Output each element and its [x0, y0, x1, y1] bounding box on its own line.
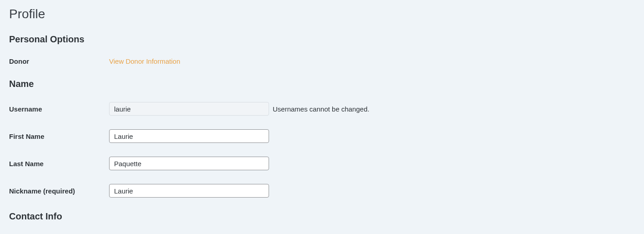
row-nickname: Nickname (required): [9, 184, 635, 198]
row-first-name: First Name: [9, 129, 635, 143]
label-first-name: First Name: [9, 132, 109, 140]
section-heading-personal-options: Personal Options: [9, 34, 635, 45]
label-nickname: Nickname (required): [9, 187, 109, 195]
label-username: Username: [9, 105, 109, 113]
username-input: [109, 102, 269, 116]
row-donor: Donor View Donor Information: [9, 57, 635, 65]
section-heading-name: Name: [9, 79, 635, 89]
page-title: Profile: [9, 7, 635, 21]
label-last-name: Last Name: [9, 160, 109, 168]
username-hint: Usernames cannot be changed.: [273, 105, 369, 113]
section-heading-contact-info: Contact Info: [9, 211, 635, 222]
row-username: Username Usernames cannot be changed.: [9, 102, 635, 116]
last-name-input[interactable]: [109, 157, 269, 170]
nickname-input[interactable]: [109, 184, 269, 198]
first-name-input[interactable]: [109, 129, 269, 143]
view-donor-link[interactable]: View Donor Information: [109, 57, 180, 65]
label-donor: Donor: [9, 57, 109, 65]
row-last-name: Last Name: [9, 157, 635, 170]
